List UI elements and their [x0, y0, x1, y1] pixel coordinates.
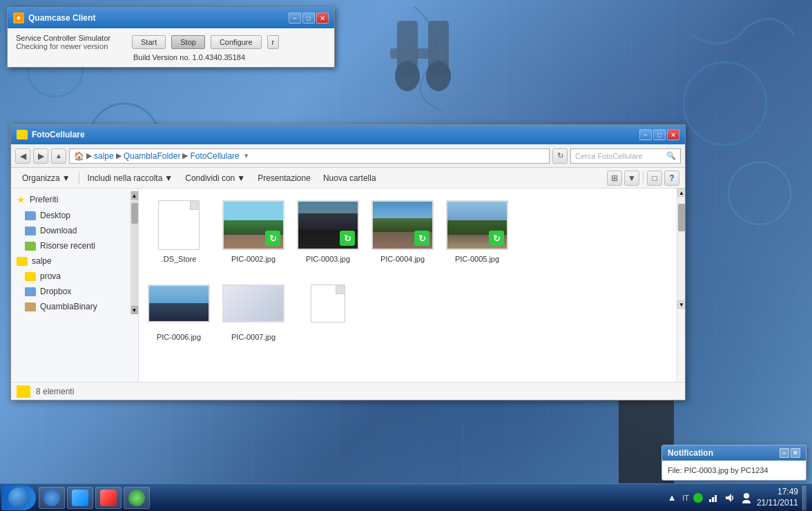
file-item-pic0007[interactable]: PIC-0007.jpg: [219, 272, 288, 345]
taskbar-btn-1[interactable]: [39, 487, 65, 509]
taskbar-icon-paint: [100, 490, 117, 506]
taskbar-btn-2[interactable]: [67, 487, 93, 509]
address-breadcrumb: 🏠 ▶ salpe ▶ QuamblaFolder ▶ FotoCellular…: [74, 151, 250, 161]
notification-close-btn[interactable]: ✕: [791, 448, 800, 458]
pic0003-refresh-icon: ↻: [340, 231, 355, 246]
address-refresh-btn[interactable]: ↻: [552, 148, 568, 164]
taskbar: ▲ IT 17:49 21/11/2011: [0, 483, 812, 511]
vscroll-down-btn[interactable]: ▼: [677, 300, 685, 309]
view-dropdown-btn[interactable]: ▼: [624, 171, 639, 186]
search-icon[interactable]: 🔍: [666, 151, 676, 160]
taskbar-btn-3[interactable]: [95, 487, 122, 509]
pic0008-icon-container: [297, 276, 359, 331]
tray-date-value: 21/11/2011: [757, 498, 798, 509]
toolbar-organizza[interactable]: Organizza ▼: [17, 172, 76, 184]
tray-time-value: 17:49: [757, 487, 798, 498]
quamcase-extra-btn[interactable]: r: [267, 35, 280, 49]
tray-user-icon[interactable]: [740, 492, 753, 504]
pic0005-name: PIC-0005.jpg: [455, 255, 499, 263]
pic0002-thumb: ↻: [222, 200, 284, 250]
pic0004-name: PIC-0004.jpg: [380, 255, 425, 263]
start-button[interactable]: [1, 485, 36, 510]
toolbar-sep1: [79, 172, 79, 184]
address-dropdown-arrow[interactable]: ▼: [243, 152, 250, 160]
quamcase-build-version: Build Version no. 1.0.4340.35184: [133, 53, 326, 61]
file-item-pic0003[interactable]: ↻ PIC-0003.jpg: [293, 194, 362, 267]
file-item-pic0004[interactable]: ↻ PIC-0004.jpg: [368, 194, 437, 267]
tray-language[interactable]: IT: [682, 494, 689, 502]
toolbar-nuova-cartella[interactable]: Nuova cartella: [318, 172, 382, 184]
pic0008-doc-icon: [311, 285, 345, 322]
file-item-ds-store[interactable]: .DS_Store: [144, 194, 213, 267]
nav-up-btn[interactable]: ▲: [51, 148, 66, 164]
sidebar-scroll-thumb[interactable]: [131, 203, 138, 224]
file-item-pic0005[interactable]: ↻ PIC-0005.jpg: [443, 194, 512, 267]
breadcrumb-salpe[interactable]: salpe: [94, 151, 114, 161]
address-bar[interactable]: 🏠 ▶ salpe ▶ QuamblaFolder ▶ FotoCellular…: [69, 148, 550, 164]
tray-network-indicator[interactable]: [693, 493, 703, 503]
quamcase-stop-btn[interactable]: Stop: [171, 35, 205, 49]
file-item-pic0008[interactable]: [293, 272, 362, 345]
tray-arrow-icon[interactable]: ▲: [666, 492, 678, 504]
sidebar-item-preferiti[interactable]: ★ Preferiti: [11, 191, 128, 208]
sidebar-item-prova[interactable]: prova: [11, 269, 128, 284]
sidebar-item-desktop[interactable]: Desktop: [11, 208, 128, 223]
nav-forward-btn[interactable]: ▶: [33, 148, 48, 164]
svg-point-9: [395, 61, 420, 91]
sidebar-scroll-up[interactable]: ▲: [131, 191, 138, 200]
quambla-folder-icon: [25, 302, 36, 311]
pic0003-icon-container: ↻: [297, 197, 359, 253]
nav-back-btn[interactable]: ◀: [15, 148, 30, 164]
explorer-vscroll: ▲ ▼: [677, 189, 685, 382]
dropbox-folder-icon: [25, 287, 36, 296]
vscroll-up-btn[interactable]: ▲: [677, 189, 685, 197]
sidebar-item-download[interactable]: Download: [11, 223, 128, 238]
toolbar-sep2: [643, 171, 644, 183]
tray-volume-icon[interactable]: [724, 492, 736, 504]
svg-point-16: [744, 493, 749, 499]
pic0005-icon-container: ↻: [446, 197, 508, 253]
tray-network-icon[interactable]: [707, 492, 719, 504]
quamcase-start-btn[interactable]: Start: [132, 35, 166, 49]
preview-btn[interactable]: □: [647, 171, 662, 186]
help-btn[interactable]: ?: [664, 171, 679, 186]
sidebar-item-dropbox[interactable]: Dropbox: [11, 284, 128, 299]
explorer-toolbar: Organizza ▼ Includi nella raccolta ▼ Con…: [11, 168, 685, 189]
toolbar-nuova-cartella-label: Nuova cartella: [323, 173, 376, 183]
tray-clock[interactable]: 17:49 21/11/2011: [757, 487, 798, 508]
file-item-pic0002[interactable]: ↻ PIC-0002.jpg: [219, 194, 288, 267]
taskbar-items: [39, 487, 666, 509]
quamcase-status-label: Checking for newer version: [16, 42, 126, 50]
sidebar-scroll-down[interactable]: ▼: [131, 306, 138, 314]
explorer-maximize-btn[interactable]: □: [653, 129, 666, 140]
vscroll-thumb[interactable]: [678, 204, 685, 231]
sidebar-prova-label: prova: [40, 271, 61, 281]
toolbar-presentazione[interactable]: Presentazione: [252, 172, 316, 184]
toolbar-condividi[interactable]: Condividi con ▼: [180, 172, 251, 184]
show-desktop-btn[interactable]: [802, 485, 806, 510]
quamcase-maximize-btn[interactable]: □: [302, 12, 315, 23]
sidebar-item-quambla[interactable]: QuamblaBinary: [11, 299, 128, 314]
view-options-btn[interactable]: ⊞: [607, 171, 622, 186]
toolbar-condividi-label: Condividi con: [185, 173, 235, 183]
file-item-pic0006[interactable]: PIC-0006.jpg: [144, 272, 213, 345]
svg-rect-13: [712, 497, 714, 502]
taskbar-icon-4: [128, 490, 145, 506]
toolbar-includi[interactable]: Includi nella raccolta ▼: [82, 172, 179, 184]
breadcrumb-fotocellulare[interactable]: FotoCellulare: [190, 151, 239, 161]
quamcase-minimize-btn[interactable]: −: [289, 12, 301, 23]
quamcase-configure-btn[interactable]: Configure: [211, 35, 262, 49]
breadcrumb-quambla[interactable]: QuamblaFolder: [124, 151, 181, 161]
explorer-close-btn[interactable]: ✕: [667, 129, 679, 140]
pic0003-thumb: ↻: [297, 200, 359, 250]
quamcase-close-btn[interactable]: ✕: [316, 12, 329, 23]
notification-minimize-btn[interactable]: −: [780, 448, 789, 458]
taskbar-btn-4[interactable]: [124, 487, 150, 509]
sidebar-item-salpe[interactable]: salpe: [11, 253, 128, 269]
search-bar[interactable]: Cerca FotoCellulare 🔍: [570, 148, 681, 164]
sidebar-item-risorse[interactable]: Risorse recenti: [11, 238, 128, 253]
explorer-minimize-btn[interactable]: −: [639, 129, 652, 140]
vscroll-track: [677, 197, 685, 300]
pic0006-thumb: [148, 285, 210, 322]
taskbar-icon-2: [72, 490, 88, 506]
